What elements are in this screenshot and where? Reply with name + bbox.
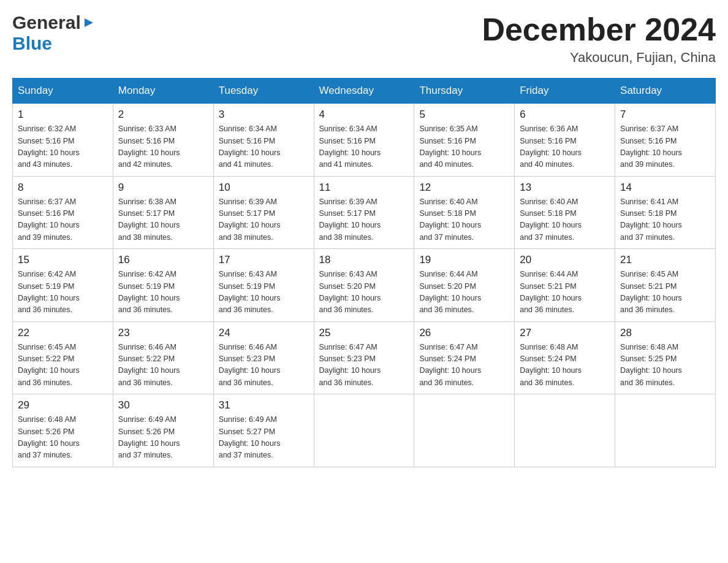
day-number: 27: [520, 327, 610, 339]
logo: General Blue: [12, 12, 96, 54]
day-number: 10: [219, 182, 309, 194]
calendar-day-18: 18Sunrise: 6:43 AMSunset: 5:20 PMDayligh…: [314, 249, 414, 322]
day-number: 1: [18, 109, 108, 121]
day-info: Sunrise: 6:45 AMSunset: 5:22 PMDaylight:…: [18, 342, 108, 389]
day-header-tuesday: Tuesday: [213, 79, 314, 104]
day-info: Sunrise: 6:33 AMSunset: 5:16 PMDaylight:…: [118, 123, 208, 171]
month-title: December 2024: [482, 12, 716, 47]
calendar-day-22: 22Sunrise: 6:45 AMSunset: 5:22 PMDayligh…: [13, 321, 113, 394]
day-number: 23: [118, 327, 208, 339]
calendar-day-23: 23Sunrise: 6:46 AMSunset: 5:22 PMDayligh…: [113, 321, 213, 394]
day-info: Sunrise: 6:37 AMSunset: 5:16 PMDaylight:…: [620, 123, 710, 171]
calendar-day-11: 11Sunrise: 6:39 AMSunset: 5:17 PMDayligh…: [314, 176, 414, 249]
day-header-friday: Friday: [515, 79, 615, 104]
day-header-saturday: Saturday: [615, 79, 716, 104]
calendar-day-24: 24Sunrise: 6:46 AMSunset: 5:23 PMDayligh…: [213, 321, 314, 394]
day-info: Sunrise: 6:38 AMSunset: 5:17 PMDaylight:…: [118, 196, 208, 244]
day-number: 7: [620, 109, 710, 121]
calendar-week-row: 8Sunrise: 6:37 AMSunset: 5:16 PMDaylight…: [13, 176, 716, 249]
day-info: Sunrise: 6:35 AMSunset: 5:16 PMDaylight:…: [419, 123, 509, 171]
calendar-week-row: 15Sunrise: 6:42 AMSunset: 5:19 PMDayligh…: [13, 249, 716, 322]
day-header-wednesday: Wednesday: [314, 79, 414, 104]
day-header-thursday: Thursday: [414, 79, 515, 104]
calendar-day-28: 28Sunrise: 6:48 AMSunset: 5:25 PMDayligh…: [615, 321, 716, 394]
day-number: 13: [520, 182, 610, 194]
day-info: Sunrise: 6:46 AMSunset: 5:23 PMDaylight:…: [219, 342, 309, 389]
calendar-day-4: 4Sunrise: 6:34 AMSunset: 5:16 PMDaylight…: [314, 104, 414, 177]
calendar-day-14: 14Sunrise: 6:41 AMSunset: 5:18 PMDayligh…: [615, 176, 716, 249]
calendar-day-13: 13Sunrise: 6:40 AMSunset: 5:18 PMDayligh…: [515, 176, 615, 249]
day-number: 6: [520, 109, 610, 121]
day-info: Sunrise: 6:40 AMSunset: 5:18 PMDaylight:…: [419, 196, 509, 244]
day-header-sunday: Sunday: [13, 79, 113, 104]
calendar-day-9: 9Sunrise: 6:38 AMSunset: 5:17 PMDaylight…: [113, 176, 213, 249]
calendar-week-row: 1Sunrise: 6:32 AMSunset: 5:16 PMDaylight…: [13, 104, 716, 177]
day-info: Sunrise: 6:37 AMSunset: 5:16 PMDaylight:…: [18, 196, 108, 244]
calendar-day-20: 20Sunrise: 6:44 AMSunset: 5:21 PMDayligh…: [515, 249, 615, 322]
page-header: General Blue December 2024 Yakoucun, Fuj…: [12, 12, 716, 66]
day-info: Sunrise: 6:42 AMSunset: 5:19 PMDaylight:…: [18, 269, 108, 316]
day-info: Sunrise: 6:36 AMSunset: 5:16 PMDaylight:…: [520, 123, 610, 171]
calendar-day-29: 29Sunrise: 6:48 AMSunset: 5:26 PMDayligh…: [13, 394, 113, 467]
calendar-day-7: 7Sunrise: 6:37 AMSunset: 5:16 PMDaylight…: [615, 104, 716, 177]
day-number: 5: [419, 109, 509, 121]
calendar-day-26: 26Sunrise: 6:47 AMSunset: 5:24 PMDayligh…: [414, 321, 515, 394]
day-number: 26: [419, 327, 509, 339]
calendar-day-31: 31Sunrise: 6:49 AMSunset: 5:27 PMDayligh…: [213, 394, 314, 467]
day-number: 31: [219, 399, 309, 412]
day-number: 29: [18, 399, 108, 412]
day-number: 4: [319, 109, 409, 121]
day-info: Sunrise: 6:45 AMSunset: 5:21 PMDaylight:…: [620, 269, 710, 316]
calendar-empty-cell: [515, 394, 615, 467]
day-number: 21: [620, 254, 710, 266]
day-number: 11: [319, 182, 409, 194]
calendar-day-16: 16Sunrise: 6:42 AMSunset: 5:19 PMDayligh…: [113, 249, 213, 322]
calendar-empty-cell: [414, 394, 515, 467]
calendar-day-3: 3Sunrise: 6:34 AMSunset: 5:16 PMDaylight…: [213, 104, 314, 177]
day-number: 3: [219, 109, 309, 121]
day-header-monday: Monday: [113, 79, 213, 104]
day-number: 9: [118, 182, 208, 194]
calendar-day-15: 15Sunrise: 6:42 AMSunset: 5:19 PMDayligh…: [13, 249, 113, 322]
calendar-table: SundayMondayTuesdayWednesdayThursdayFrid…: [12, 78, 716, 467]
day-number: 14: [620, 182, 710, 194]
calendar-week-row: 29Sunrise: 6:48 AMSunset: 5:26 PMDayligh…: [13, 394, 716, 467]
calendar-header-row: SundayMondayTuesdayWednesdayThursdayFrid…: [13, 79, 716, 104]
calendar-day-17: 17Sunrise: 6:43 AMSunset: 5:19 PMDayligh…: [213, 249, 314, 322]
calendar-day-12: 12Sunrise: 6:40 AMSunset: 5:18 PMDayligh…: [414, 176, 515, 249]
calendar-empty-cell: [314, 394, 414, 467]
day-info: Sunrise: 6:39 AMSunset: 5:17 PMDaylight:…: [219, 196, 309, 244]
day-number: 19: [419, 254, 509, 266]
calendar-day-8: 8Sunrise: 6:37 AMSunset: 5:16 PMDaylight…: [13, 176, 113, 249]
day-number: 18: [319, 254, 409, 266]
day-number: 24: [219, 327, 309, 339]
day-info: Sunrise: 6:41 AMSunset: 5:18 PMDaylight:…: [620, 196, 710, 244]
day-number: 17: [219, 254, 309, 266]
day-info: Sunrise: 6:46 AMSunset: 5:22 PMDaylight:…: [118, 342, 208, 389]
day-info: Sunrise: 6:39 AMSunset: 5:17 PMDaylight:…: [319, 196, 409, 244]
day-info: Sunrise: 6:32 AMSunset: 5:16 PMDaylight:…: [18, 123, 108, 171]
logo-arrow-icon: [82, 16, 96, 29]
title-section: December 2024 Yakoucun, Fujian, China: [482, 12, 716, 66]
day-number: 8: [18, 182, 108, 194]
day-info: Sunrise: 6:44 AMSunset: 5:20 PMDaylight:…: [419, 269, 509, 316]
day-info: Sunrise: 6:43 AMSunset: 5:19 PMDaylight:…: [219, 269, 309, 316]
day-number: 28: [620, 327, 710, 339]
day-info: Sunrise: 6:48 AMSunset: 5:25 PMDaylight:…: [620, 342, 710, 389]
day-number: 2: [118, 109, 208, 121]
calendar-day-21: 21Sunrise: 6:45 AMSunset: 5:21 PMDayligh…: [615, 249, 716, 322]
logo-general-text: General: [12, 12, 81, 33]
calendar-day-5: 5Sunrise: 6:35 AMSunset: 5:16 PMDaylight…: [414, 104, 515, 177]
svg-marker-0: [85, 18, 93, 27]
calendar-week-row: 22Sunrise: 6:45 AMSunset: 5:22 PMDayligh…: [13, 321, 716, 394]
day-info: Sunrise: 6:49 AMSunset: 5:27 PMDaylight:…: [219, 414, 309, 462]
day-number: 16: [118, 254, 208, 266]
calendar-empty-cell: [615, 394, 716, 467]
day-info: Sunrise: 6:48 AMSunset: 5:24 PMDaylight:…: [520, 342, 610, 389]
day-info: Sunrise: 6:34 AMSunset: 5:16 PMDaylight:…: [219, 123, 309, 171]
day-info: Sunrise: 6:48 AMSunset: 5:26 PMDaylight:…: [18, 414, 108, 462]
calendar-day-6: 6Sunrise: 6:36 AMSunset: 5:16 PMDaylight…: [515, 104, 615, 177]
day-info: Sunrise: 6:47 AMSunset: 5:23 PMDaylight:…: [319, 342, 409, 389]
day-number: 15: [18, 254, 108, 266]
day-number: 22: [18, 327, 108, 339]
